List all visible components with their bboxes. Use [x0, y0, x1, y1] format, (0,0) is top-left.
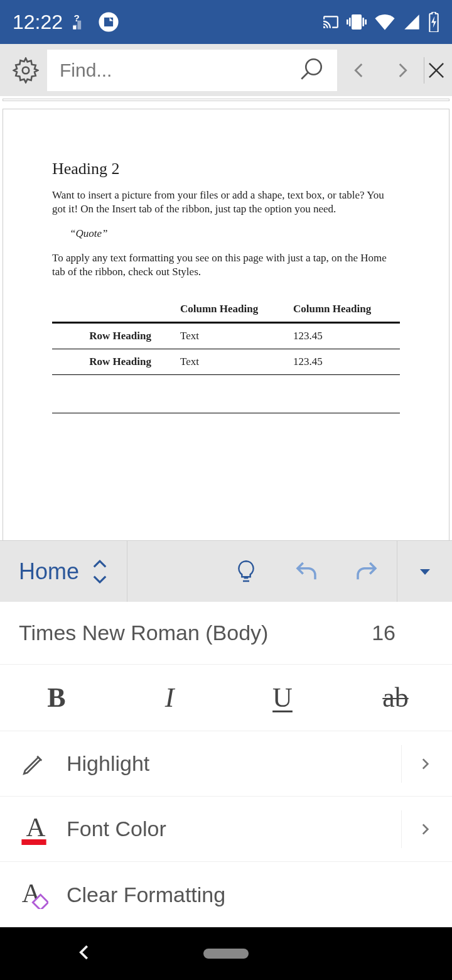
- clear-formatting-icon: A: [19, 880, 49, 909]
- table-col-header[interactable]: Column Heading: [178, 297, 291, 323]
- battery-charging-icon: [428, 12, 439, 32]
- clear-formatting-row[interactable]: A Clear Formatting: [0, 862, 452, 927]
- find-input[interactable]: [60, 60, 298, 81]
- find-next-button[interactable]: [380, 45, 424, 95]
- table-corner[interactable]: [52, 297, 178, 323]
- cast-icon: [323, 14, 339, 30]
- table-cell[interactable]: [291, 375, 400, 413]
- redo-button[interactable]: [336, 541, 397, 602]
- font-size-label: 16: [372, 621, 396, 645]
- ribbon-bar: Home: [0, 540, 452, 602]
- table-row[interactable]: Row Heading Text 123.45: [52, 349, 400, 375]
- close-icon: [424, 58, 448, 82]
- font-color-row[interactable]: A Font Color: [0, 797, 452, 862]
- chevron-right-icon: [392, 60, 413, 81]
- system-nav-bar: [0, 927, 452, 980]
- table-cell[interactable]: Text: [178, 349, 291, 375]
- document-area[interactable]: Heading 2 Want to insert a picture from …: [0, 96, 452, 540]
- caret-down-icon: [417, 564, 433, 579]
- chevron-right-icon: [401, 810, 433, 848]
- signal-unknown-icon: ?: [72, 13, 89, 31]
- status-bar: 12:22 ?: [0, 0, 452, 44]
- nav-home-pill[interactable]: [203, 949, 249, 959]
- svg-line-5: [301, 72, 308, 79]
- table-cell[interactable]: 123.45: [291, 349, 400, 375]
- doc-heading[interactable]: Heading 2: [52, 160, 400, 178]
- italic-button[interactable]: I: [113, 665, 226, 731]
- strikethrough-button[interactable]: ab: [339, 665, 452, 731]
- app-icon: [98, 11, 119, 33]
- doc-table[interactable]: Column Heading Column Heading Row Headin…: [52, 297, 400, 413]
- find-input-wrap[interactable]: [47, 50, 337, 91]
- table-row-header[interactable]: Row Heading: [52, 323, 178, 349]
- svg-rect-10: [21, 839, 46, 845]
- undo-button[interactable]: [276, 541, 336, 602]
- search-icon: [298, 56, 325, 85]
- table-col-header[interactable]: Column Heading: [291, 297, 400, 323]
- svg-point-3: [22, 67, 29, 74]
- vibrate-icon: [347, 12, 367, 32]
- font-name-label: Times New Roman (Body): [19, 621, 268, 645]
- find-toolbar: [0, 44, 452, 96]
- table-cell[interactable]: [52, 375, 178, 413]
- table-cell[interactable]: [178, 375, 291, 413]
- tell-me-button[interactable]: [216, 541, 276, 602]
- back-icon: [75, 943, 94, 962]
- svg-rect-2: [104, 18, 113, 26]
- table-row[interactable]: Row Heading Text 123.45: [52, 323, 400, 349]
- ribbon-collapse-button[interactable]: [397, 541, 452, 602]
- document-page[interactable]: Heading 2 Want to insert a picture from …: [3, 109, 449, 540]
- previous-page-edge: [3, 99, 449, 101]
- doc-paragraph[interactable]: Want to insert a picture from your files…: [52, 188, 400, 216]
- font-color-label: Font Color: [67, 817, 166, 841]
- lightbulb-icon: [234, 559, 259, 584]
- underline-button[interactable]: U: [226, 665, 339, 731]
- formatting-panel: Times New Roman (Body) 16 B I U ab Highl…: [0, 602, 452, 927]
- highlight-icon: [19, 751, 49, 777]
- svg-text:A: A: [26, 814, 46, 842]
- font-row[interactable]: Times New Roman (Body) 16: [0, 602, 452, 665]
- table-row[interactable]: [52, 375, 400, 413]
- table-cell[interactable]: Text: [178, 323, 291, 349]
- doc-paragraph[interactable]: To apply any text formatting you see on …: [52, 251, 400, 279]
- settings-button[interactable]: [4, 45, 47, 95]
- svg-marker-8: [420, 569, 430, 575]
- clear-formatting-label: Clear Formatting: [67, 883, 225, 907]
- highlight-row[interactable]: Highlight: [0, 731, 452, 797]
- table-cell[interactable]: 123.45: [291, 323, 400, 349]
- highlight-label: Highlight: [67, 751, 149, 776]
- style-row: B I U ab: [0, 665, 452, 731]
- nav-back-button[interactable]: [75, 943, 94, 964]
- doc-quote[interactable]: “Quote”: [70, 227, 400, 240]
- table-row-header[interactable]: Row Heading: [52, 349, 178, 375]
- undo-icon: [293, 558, 320, 585]
- svg-point-4: [306, 59, 321, 75]
- cell-signal-icon: [403, 13, 421, 31]
- chevron-right-icon: [401, 745, 433, 783]
- redo-icon: [353, 558, 380, 585]
- font-color-icon: A: [19, 814, 49, 845]
- ribbon-tab-selector[interactable]: Home: [0, 541, 127, 602]
- gear-icon: [13, 57, 39, 84]
- find-prev-button[interactable]: [337, 45, 380, 95]
- ribbon-tab-label: Home: [19, 558, 79, 585]
- status-time: 12:22: [13, 11, 63, 34]
- bold-button[interactable]: B: [0, 665, 113, 731]
- wifi-icon: [374, 11, 396, 33]
- updown-icon: [92, 559, 108, 584]
- chevron-left-icon: [348, 60, 370, 81]
- close-find-button[interactable]: [424, 58, 448, 82]
